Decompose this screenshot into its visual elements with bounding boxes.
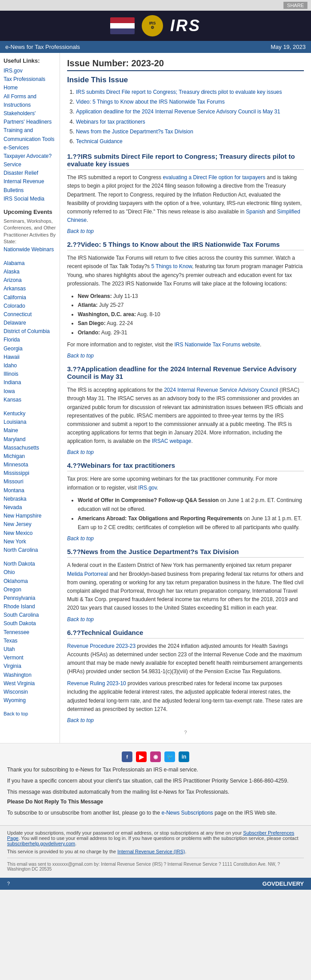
state-wyoming[interactable]: Wyoming <box>4 696 56 705</box>
state-west-virginia[interactable]: West Virginia <box>4 679 56 688</box>
twitter-icon[interactable]: 🐦 <box>164 751 175 762</box>
sidebar-link-eservices[interactable]: e-Services <box>4 144 56 152</box>
state-arkansas[interactable]: Arkansas <box>4 285 56 293</box>
back-to-top-2[interactable]: Back to top <box>67 353 304 359</box>
sidebar-link-forms[interactable]: All Forms and Instructions <box>4 92 56 109</box>
sidebar-link-irsgov[interactable]: IRS.gov <box>4 67 56 75</box>
state-colorado[interactable]: Colorado <box>4 302 56 310</box>
sidebar-back-to-top[interactable]: Back to top <box>4 710 56 718</box>
state-tennessee[interactable]: Tennessee <box>4 628 56 637</box>
facebook-icon[interactable]: f <box>122 751 132 762</box>
state-nevada[interactable]: Nevada <box>4 503 56 512</box>
state-louisiana[interactable]: Louisiana <box>4 418 56 426</box>
state-missouri[interactable]: Missouri <box>4 478 56 486</box>
state-nebraska[interactable]: Nebraska <box>4 495 56 503</box>
state-utah[interactable]: Utah <box>4 645 56 654</box>
state-georgia[interactable]: Georgia <box>4 345 56 353</box>
state-pennsylvania[interactable]: Pennsylvania <box>4 594 56 602</box>
state-new-jersey[interactable]: New Jersey <box>4 520 56 529</box>
state-wisconsin[interactable]: Wisconsin <box>4 688 56 696</box>
toc-link-2[interactable]: Video: 5 Things to Know about the IRS Na… <box>76 99 225 105</box>
irs-link-footer[interactable]: Internal Revenue Service (IRS) <box>117 849 185 854</box>
state-connecticut[interactable]: Connecticut <box>4 310 56 319</box>
state-ohio[interactable]: Ohio <box>4 568 56 577</box>
state-arizona[interactable]: Arizona <box>4 276 56 285</box>
state-oregon[interactable]: Oregon <box>4 586 56 594</box>
sidebar-link-social[interactable]: IRS Social Media <box>4 195 56 203</box>
state-dc[interactable]: District of Columbia <box>4 327 56 336</box>
back-to-top-6[interactable]: Back to top <box>67 717 304 723</box>
state-alabama[interactable]: Alabama <box>4 259 56 268</box>
state-indiana[interactable]: Indiana <box>4 378 56 387</box>
state-virginia[interactable]: Virginia <box>4 662 56 671</box>
linkedin-icon[interactable]: in <box>179 751 189 762</box>
link-simplified-chinese[interactable]: Simplified Chinese <box>67 209 300 223</box>
share-button[interactable]: SHARE <box>283 2 307 9</box>
toc-link-3[interactable]: Application deadline for the 2024 Intern… <box>76 108 280 115</box>
back-to-top-4[interactable]: Back to top <box>67 535 304 542</box>
enews-subscriptions-link[interactable]: e-News Subscriptions <box>162 810 213 816</box>
toc-link-5[interactable]: News from the Justice Department?s Tax D… <box>76 129 193 135</box>
sidebar-link-training[interactable]: Training and Communication Tools <box>4 126 56 143</box>
link-rev-ruling-2023-10[interactable]: Revenue Ruling 2023-10 <box>67 680 126 687</box>
state-mississippi[interactable]: Mississippi <box>4 469 56 478</box>
state-michigan[interactable]: Michigan <box>4 452 56 461</box>
back-to-top-1[interactable]: Back to top <box>67 228 304 234</box>
state-new-hampshire[interactable]: New Hampshire <box>4 512 56 520</box>
subscriberhelp-link[interactable]: subscriberhelp.govdelivery.com <box>7 841 75 846</box>
section-2-heading: 2.??Video: 5 Things to Know about the IR… <box>67 241 304 250</box>
sidebar-link-stakeholders[interactable]: Stakeholders' Partners' Headliners <box>4 109 56 126</box>
subscriber-prefs-link[interactable]: Subscriber Preferences Page <box>7 830 294 841</box>
toc-link-1[interactable]: IRS submits Direct File report to Congre… <box>76 89 282 95</box>
link-irsac[interactable]: 2024 Internal Revenue Service Advisory C… <box>164 387 278 393</box>
toc-link-6[interactable]: Technical Guidance <box>76 138 123 145</box>
state-north-dakota[interactable]: North Dakota <box>4 560 56 568</box>
govdelivery-left: ? <box>7 881 10 886</box>
state-alaska[interactable]: Alaska <box>4 268 56 276</box>
state-vermont[interactable]: Vermont <box>4 654 56 662</box>
state-maine[interactable]: Maine <box>4 426 56 435</box>
link-tax-forums[interactable]: IRS Nationwide Tax Forums website <box>174 341 260 348</box>
state-iowa[interactable]: Iowa <box>4 387 56 396</box>
youtube-icon[interactable]: ▶ <box>136 751 147 762</box>
link-spanish[interactable]: Spanish <box>246 209 265 215</box>
link-5-things[interactable]: 5 Things to Know <box>151 263 192 269</box>
back-to-top-5[interactable]: Back to top <box>67 616 304 623</box>
state-delaware[interactable]: Delaware <box>4 319 56 327</box>
instagram-icon[interactable]: ◉ <box>150 751 161 762</box>
state-california[interactable]: California <box>4 293 56 302</box>
link-direct-file[interactable]: evaluating a Direct File option for taxp… <box>163 174 265 181</box>
state-new-mexico[interactable]: New Mexico <box>4 529 56 538</box>
sidebar-link-disaster[interactable]: Disaster Relief <box>4 169 56 177</box>
toc-link-4[interactable]: Webinars for tax practitioners <box>76 119 145 125</box>
state-south-carolina[interactable]: South Carolina <box>4 611 56 619</box>
state-minnesota[interactable]: Minnesota <box>4 461 56 469</box>
sidebar-link-irb[interactable]: Internal Revenue Bulletins <box>4 177 56 194</box>
state-idaho[interactable]: Idaho <box>4 361 56 370</box>
link-portorreal[interactable]: Melida Portorreal <box>67 571 108 577</box>
back-to-top-3[interactable]: Back to top <box>67 449 304 455</box>
state-montana[interactable]: Montana <box>4 486 56 495</box>
state-south-dakota[interactable]: South Dakota <box>4 619 56 628</box>
state-kansas[interactable]: Kansas <box>4 396 56 404</box>
section-2-body: The IRS Nationwide Tax Forums will retur… <box>67 254 304 288</box>
sidebar-link-tax-pro-home[interactable]: Tax Professionals Home <box>4 75 56 92</box>
link-irsgov-webinars[interactable]: IRS.gov <box>138 485 157 491</box>
link-irsac-webpage[interactable]: IRSAC webpage <box>152 438 191 444</box>
state-oklahoma[interactable]: Oklahoma <box>4 577 56 586</box>
state-florida[interactable]: Florida <box>4 336 56 344</box>
state-texas[interactable]: Texas <box>4 637 56 645</box>
nationwide-webinars-link[interactable]: Nationwide Webinars <box>4 245 56 254</box>
state-hawaii[interactable]: Hawaii <box>4 353 56 361</box>
state-washington[interactable]: Washington <box>4 671 56 679</box>
state-rhode-island[interactable]: Rhode Island <box>4 602 56 611</box>
link-rev-proc-2023-23[interactable]: Revenue Procedure 2023-23 <box>67 643 136 649</box>
state-north-carolina[interactable]: North Carolina <box>4 546 56 554</box>
state-kentucky[interactable]: Kentucky <box>4 410 56 418</box>
state-illinois[interactable]: Illinois <box>4 370 56 378</box>
state-new-york[interactable]: New York <box>4 538 56 546</box>
sidebar-link-taxpayer-advocate[interactable]: Taxpayer Advocate?Service <box>4 152 56 169</box>
state-maryland[interactable]: Maryland <box>4 435 56 444</box>
section-5-body: A federal court in the Eastern District … <box>67 561 304 612</box>
state-massachusetts[interactable]: Massachusetts <box>4 444 56 452</box>
